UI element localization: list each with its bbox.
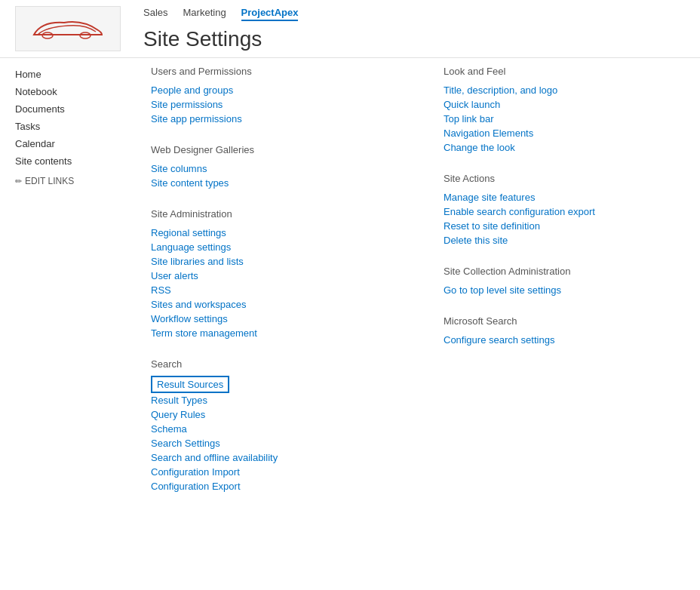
edit-links[interactable]: ✏ EDIT LINKS <box>15 176 121 186</box>
pencil-icon: ✏ <box>15 177 22 186</box>
link-rss[interactable]: RSS <box>151 283 413 297</box>
link-change-look[interactable]: Change the look <box>444 140 685 155</box>
nav-tab-projectapex[interactable]: ProjectApex <box>241 7 299 21</box>
link-language-settings[interactable]: Language settings <box>151 240 413 254</box>
nav-tab-sales[interactable]: Sales <box>143 7 168 21</box>
section-title-site-collection: Site Collection Administration <box>444 266 685 277</box>
right-col: Look and Feel Title, description, and lo… <box>444 66 685 512</box>
link-site-permissions[interactable]: Site permissions <box>151 97 413 112</box>
section-search: Search Result Sources Result Types Query… <box>151 358 413 493</box>
section-microsoft-search: Microsoft Search Configure search settin… <box>444 315 685 347</box>
link-search-settings[interactable]: Search Settings <box>151 436 413 450</box>
sidebar-item-site-contents[interactable]: Site contents <box>15 152 121 170</box>
sidebar-item-calendar[interactable]: Calendar <box>15 135 121 152</box>
section-title-site-actions: Site Actions <box>444 173 685 184</box>
link-delete-site[interactable]: Delete this site <box>444 233 685 247</box>
section-site-actions: Site Actions Manage site features Enable… <box>444 173 685 247</box>
link-query-rules[interactable]: Query Rules <box>151 407 413 422</box>
section-site-admin: Site Administration Regional settings La… <box>151 208 413 340</box>
link-result-sources[interactable]: Result Sources <box>151 376 229 393</box>
section-title-look-feel: Look and Feel <box>444 66 685 77</box>
link-config-import[interactable]: Configuration Import <box>151 465 413 479</box>
link-title-description-logo[interactable]: Title, description, and logo <box>444 83 685 97</box>
sidebar-item-documents[interactable]: Documents <box>15 100 121 118</box>
section-title-ms-search: Microsoft Search <box>444 315 685 327</box>
link-site-columns[interactable]: Site columns <box>151 161 413 176</box>
section-look-feel: Look and Feel Title, description, and lo… <box>444 66 685 155</box>
link-sites-workspaces[interactable]: Sites and workspaces <box>151 297 413 312</box>
section-users-permissions: Users and Permissions People and groups … <box>151 66 413 126</box>
section-title-users: Users and Permissions <box>151 66 413 77</box>
section-title-web-designer: Web Designer Galleries <box>151 144 413 155</box>
link-user-alerts[interactable]: User alerts <box>151 269 413 283</box>
link-site-app-permissions[interactable]: Site app permissions <box>151 112 413 126</box>
section-title-site-admin: Site Administration <box>151 208 413 220</box>
nav-tabs: Sales Marketing ProjectApex <box>143 7 298 21</box>
section-site-collection-admin: Site Collection Administration Go to top… <box>444 266 685 297</box>
link-navigation-elements[interactable]: Navigation Elements <box>444 126 685 140</box>
section-web-designer: Web Designer Galleries Site columns Site… <box>151 144 413 190</box>
logo-area <box>15 6 121 51</box>
link-search-offline[interactable]: Search and offline availability <box>151 450 413 465</box>
link-term-store[interactable]: Term store management <box>151 326 413 340</box>
link-people-groups[interactable]: People and groups <box>151 83 413 97</box>
link-reset-site-definition[interactable]: Reset to site definition <box>444 219 685 233</box>
section-title-search: Search <box>151 358 413 370</box>
link-manage-site-features[interactable]: Manage site features <box>444 190 685 204</box>
content-area: Users and Permissions People and groups … <box>136 58 700 519</box>
page-title: Site Settings <box>143 27 298 51</box>
link-site-libraries[interactable]: Site libraries and lists <box>151 254 413 269</box>
link-site-content-types[interactable]: Site content types <box>151 176 413 190</box>
sidebar-item-notebook[interactable]: Notebook <box>15 83 121 100</box>
left-col: Users and Permissions People and groups … <box>151 66 413 512</box>
link-top-link-bar[interactable]: Top link bar <box>444 112 685 126</box>
link-quick-launch[interactable]: Quick launch <box>444 97 685 112</box>
link-configure-search-settings[interactable]: Configure search settings <box>444 333 685 347</box>
link-enable-search-config-export[interactable]: Enable search configuration export <box>444 204 685 219</box>
sidebar: Home Notebook Documents Tasks Calendar S… <box>0 58 136 519</box>
link-top-level-site-settings[interactable]: Go to top level site settings <box>444 283 685 297</box>
link-regional-settings[interactable]: Regional settings <box>151 226 413 240</box>
link-schema[interactable]: Schema <box>151 422 413 436</box>
logo-icon <box>26 14 109 44</box>
edit-links-label: EDIT LINKS <box>25 176 74 186</box>
sidebar-item-tasks[interactable]: Tasks <box>15 118 121 135</box>
sidebar-item-home[interactable]: Home <box>15 66 121 83</box>
main-layout: Home Notebook Documents Tasks Calendar S… <box>0 58 700 534</box>
link-workflow-settings[interactable]: Workflow settings <box>151 312 413 326</box>
link-config-export[interactable]: Configuration Export <box>151 479 413 493</box>
nav-tab-marketing[interactable]: Marketing <box>183 7 226 21</box>
link-result-types[interactable]: Result Types <box>151 393 413 407</box>
top-nav: Sales Marketing ProjectApex Site Setting… <box>0 0 700 58</box>
